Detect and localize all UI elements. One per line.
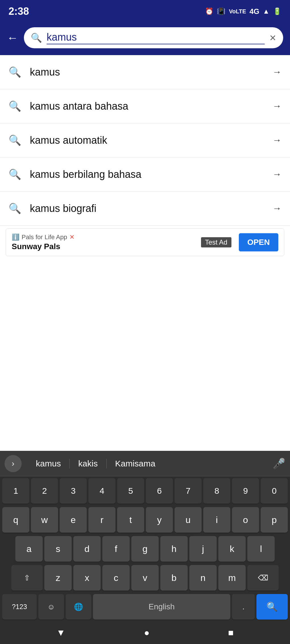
key-q[interactable]: q: [2, 507, 29, 533]
key-b[interactable]: b: [160, 565, 188, 591]
network-4g-icon: 4G: [250, 7, 260, 16]
key-0[interactable]: 0: [261, 478, 288, 504]
ad-brand-name: Sunway Pals: [12, 242, 194, 251]
key-c[interactable]: c: [102, 565, 130, 591]
autocomplete-word-3[interactable]: Kamisama: [107, 459, 164, 468]
qwerty-row-1: q w e r t y u i o p: [0, 505, 290, 534]
ad-close-icon[interactable]: ✕: [69, 234, 74, 241]
key-r[interactable]: r: [88, 507, 115, 533]
suggestion-item-1[interactable]: 🔍 kamus →: [0, 55, 290, 89]
key-1[interactable]: 1: [2, 478, 29, 504]
search-input-wrapper[interactable]: 🔍 kamus ✕: [24, 27, 283, 48]
suggestion-text-2: kamus antara bahasa: [30, 100, 272, 112]
suggestion-search-icon-1: 🔍: [9, 66, 21, 78]
status-icons: ⏰ 📳 VoLTE 4G ▲ 🔋: [205, 7, 281, 16]
key-l[interactable]: l: [247, 536, 275, 562]
suggestion-item-4[interactable]: 🔍 kamus berbilang bahasa →: [0, 157, 290, 191]
ad-app-name: Pals for Life App: [22, 234, 67, 241]
key-k[interactable]: k: [218, 536, 246, 562]
suggestion-item-3[interactable]: 🔍 kamus automatik →: [0, 123, 290, 157]
key-y[interactable]: y: [146, 507, 173, 533]
vibrate-icon: 📳: [217, 7, 225, 15]
suggestion-arrow-4: →: [272, 169, 281, 180]
search-icon: 🔍: [31, 32, 42, 43]
volte-icon: VoLTE: [229, 8, 246, 15]
ad-test-badge: Test Ad: [201, 237, 231, 247]
nav-back-button[interactable]: ▼: [56, 628, 65, 638]
search-bar-container: ← 🔍 kamus ✕: [0, 23, 290, 55]
key-3[interactable]: 3: [60, 478, 87, 504]
suggestion-arrow-5: →: [272, 203, 281, 214]
key-4[interactable]: 4: [88, 478, 115, 504]
autocomplete-word-2[interactable]: kakis: [70, 459, 106, 468]
key-5[interactable]: 5: [117, 478, 144, 504]
search-clear-button[interactable]: ✕: [269, 33, 276, 43]
key-e[interactable]: e: [60, 507, 87, 533]
key-w[interactable]: w: [31, 507, 58, 533]
shift-key[interactable]: ⇧: [11, 565, 43, 591]
key-f[interactable]: f: [102, 536, 130, 562]
ad-open-button[interactable]: OPEN: [239, 233, 278, 251]
key-d[interactable]: d: [73, 536, 101, 562]
alarm-icon: ⏰: [205, 7, 214, 15]
delete-key[interactable]: ⌫: [247, 565, 279, 591]
search-key[interactable]: 🔍: [256, 594, 288, 620]
key-s[interactable]: s: [44, 536, 72, 562]
key-a[interactable]: a: [15, 536, 43, 562]
key-z[interactable]: z: [44, 565, 72, 591]
ad-info-icon: ℹ️: [12, 234, 19, 241]
qwerty-row-2: a s d f g h j k l: [0, 534, 290, 563]
key-6[interactable]: 6: [146, 478, 173, 504]
keyboard-area: › kamus kakis Kamisama 🎤 1 2 3 4 5 6 7 8…: [0, 451, 290, 644]
suggestion-search-icon-4: 🔍: [9, 168, 21, 180]
key-h[interactable]: h: [160, 536, 188, 562]
back-button[interactable]: ←: [7, 32, 18, 44]
nav-home-button[interactable]: ●: [144, 628, 149, 638]
key-9[interactable]: 9: [232, 478, 259, 504]
number-row: 1 2 3 4 5 6 7 8 9 0: [0, 476, 290, 505]
ad-label: ℹ️ Pals for Life App ✕: [12, 234, 194, 241]
key-v[interactable]: v: [131, 565, 159, 591]
status-time: 2:38: [9, 5, 29, 17]
bottom-nav: ▼ ● ■: [0, 621, 290, 644]
suggestion-text-3: kamus automatik: [30, 134, 272, 146]
num-switch-key[interactable]: ?123: [2, 594, 37, 620]
nav-recents-button[interactable]: ■: [228, 628, 233, 638]
suggestion-item-5[interactable]: 🔍 kamus biografi →: [0, 191, 290, 226]
battery-icon: 🔋: [273, 7, 281, 15]
search-input-text[interactable]: kamus: [47, 31, 265, 44]
ad-info: ℹ️ Pals for Life App ✕ Sunway Pals: [12, 234, 194, 251]
globe-key[interactable]: 🌐: [66, 594, 91, 620]
key-g[interactable]: g: [131, 536, 159, 562]
suggestion-search-icon-3: 🔍: [9, 134, 21, 146]
bottom-row: ?123 ☺ 🌐 English . 🔍: [0, 592, 290, 621]
period-key[interactable]: .: [232, 594, 255, 620]
autocomplete-suggestions: kamus kakis Kamisama: [27, 459, 273, 468]
emoji-key[interactable]: ☺: [38, 594, 64, 620]
key-m[interactable]: m: [218, 565, 246, 591]
autocomplete-bar: › kamus kakis Kamisama 🎤: [0, 451, 290, 476]
suggestion-item-2[interactable]: 🔍 kamus antara bahasa →: [0, 89, 290, 123]
key-u[interactable]: u: [175, 507, 202, 533]
mic-button[interactable]: 🎤: [273, 458, 285, 470]
suggestion-text-1: kamus: [30, 66, 272, 78]
key-n[interactable]: n: [189, 565, 217, 591]
suggestion-arrow-1: →: [272, 67, 281, 77]
status-bar: 2:38 ⏰ 📳 VoLTE 4G ▲ 🔋: [0, 0, 290, 23]
qwerty-row-3: ⇧ z x c v b n m ⌫: [0, 563, 290, 592]
suggestion-search-icon-5: 🔍: [9, 203, 21, 214]
key-i[interactable]: i: [203, 507, 230, 533]
key-j[interactable]: j: [189, 536, 217, 562]
suggestion-arrow-2: →: [272, 101, 281, 111]
key-7[interactable]: 7: [175, 478, 202, 504]
key-8[interactable]: 8: [203, 478, 230, 504]
key-x[interactable]: x: [73, 565, 101, 591]
autocomplete-expand-button[interactable]: ›: [5, 455, 22, 472]
autocomplete-word-1[interactable]: kamus: [27, 459, 70, 468]
key-p[interactable]: p: [261, 507, 288, 533]
ad-banner: ℹ️ Pals for Life App ✕ Sunway Pals Test …: [6, 228, 284, 256]
space-key[interactable]: English: [93, 594, 230, 620]
key-t[interactable]: t: [117, 507, 144, 533]
key-o[interactable]: o: [232, 507, 259, 533]
key-2[interactable]: 2: [31, 478, 58, 504]
